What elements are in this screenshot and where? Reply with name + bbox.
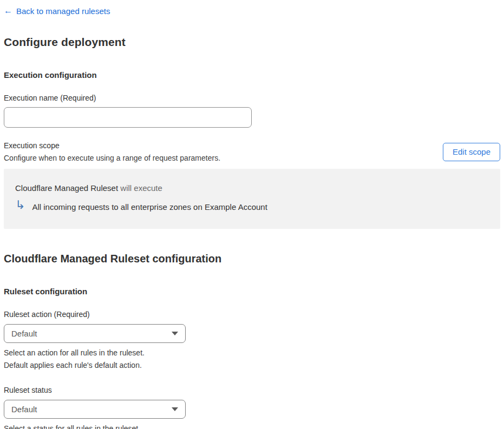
ruleset-status-label: Ruleset status <box>4 386 500 394</box>
back-to-managed-rulesets-link[interactable]: ← Back to managed rulesets <box>4 6 110 16</box>
ruleset-status-select[interactable]: Default <box>4 400 186 419</box>
configure-deployment-page: ← Back to managed rulesets Configure dep… <box>0 0 504 429</box>
execution-scope-description: Configure when to execute using a range … <box>4 154 220 162</box>
page-title: Configure deployment <box>4 36 500 49</box>
ruleset-status-selected-value: Default <box>11 405 37 414</box>
ruleset-status-help: Select a status for all rules in the rul… <box>4 423 500 429</box>
scope-summary-line: Cloudflare Managed Ruleset will execute <box>15 183 489 193</box>
edit-scope-button[interactable]: Edit scope <box>443 143 500 161</box>
ruleset-action-label: Ruleset action (Required) <box>4 310 500 319</box>
ruleset-action-help: Select an action for all rules in the ru… <box>4 347 500 372</box>
chevron-down-icon <box>172 407 178 411</box>
execution-configuration-heading: Execution configuration <box>4 70 500 80</box>
execution-name-input[interactable] <box>4 107 252 128</box>
scope-summary-detail-row: ↳ All incoming requests to all enterpris… <box>15 201 489 213</box>
execution-scope-row: Execution scope Configure when to execut… <box>4 141 500 162</box>
ruleset-action-selected-value: Default <box>11 329 37 338</box>
ruleset-action-help-line1: Select an action for all rules in the ru… <box>4 347 500 359</box>
back-link-label: Back to managed rulesets <box>16 6 110 16</box>
execution-scope-label: Execution scope <box>4 141 220 150</box>
scope-summary-panel: Cloudflare Managed Ruleset will execute … <box>4 169 500 229</box>
scope-summary-will-execute: will execute <box>120 183 162 193</box>
branch-arrow-icon: ↳ <box>15 199 25 211</box>
ruleset-action-help-line2: Default applies each rule's default acti… <box>4 359 500 372</box>
scope-summary-detail: All incoming requests to all enterprise … <box>32 202 267 212</box>
execution-name-label: Execution name (Required) <box>4 94 500 102</box>
ruleset-action-select[interactable]: Default <box>4 324 186 343</box>
ruleset-configuration-subheading: Ruleset configuration <box>4 287 500 296</box>
ruleset-status-help-line1: Select a status for all rules in the rul… <box>4 423 500 429</box>
back-arrow-icon: ← <box>4 6 12 15</box>
scope-summary-ruleset-name: Cloudflare Managed Ruleset <box>15 183 118 193</box>
chevron-down-icon <box>172 332 178 335</box>
ruleset-configuration-section-heading: Cloudflare Managed Ruleset configuration <box>4 253 500 265</box>
execution-scope-text: Execution scope Configure when to execut… <box>4 141 220 162</box>
